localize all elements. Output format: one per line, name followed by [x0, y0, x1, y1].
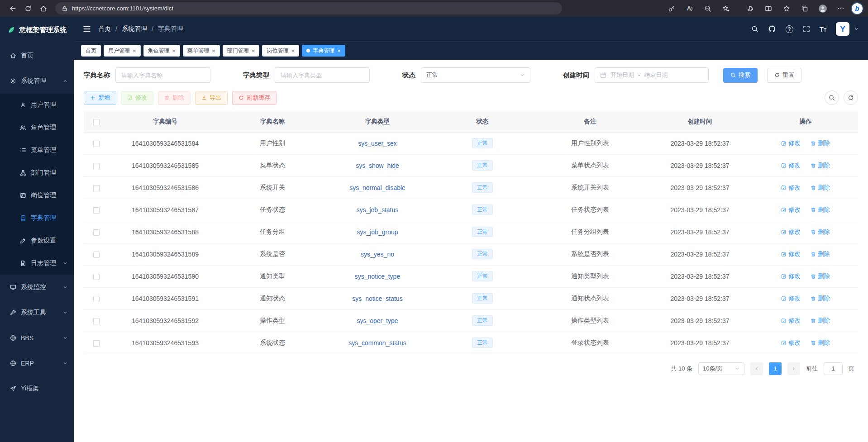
tab-menu-mgmt[interactable]: 菜单管理×: [183, 45, 220, 57]
page-size-select[interactable]: 10条/页: [698, 362, 744, 375]
row-edit-link[interactable]: 修改: [781, 272, 801, 280]
dict-type-link[interactable]: sys_job_group: [357, 228, 398, 236]
row-delete-link[interactable]: 删除: [811, 272, 830, 280]
edit-button[interactable]: 修改: [121, 91, 153, 105]
row-edit-link[interactable]: 修改: [781, 339, 801, 347]
row-edit-link[interactable]: 修改: [781, 162, 801, 170]
toggle-search-button[interactable]: [825, 90, 839, 105]
tab-dict-mgmt[interactable]: 字典管理×: [302, 45, 345, 57]
row-delete-link[interactable]: 删除: [811, 317, 830, 325]
row-delete-link[interactable]: 删除: [811, 250, 830, 258]
sidebar-item-home[interactable]: 首页: [0, 43, 74, 68]
browser-home-icon[interactable]: [36, 2, 51, 15]
dict-type-link[interactable]: sys_user_sex: [358, 140, 397, 147]
tab-role-mgmt[interactable]: 角色管理×: [143, 45, 181, 57]
breadcrumb-system-mgmt[interactable]: 系统管理: [122, 25, 147, 33]
sidebar-item-role-mgmt[interactable]: 角色管理: [0, 116, 74, 139]
dict-type-link[interactable]: sys_common_status: [348, 339, 406, 347]
github-icon[interactable]: [768, 25, 776, 33]
address-bar[interactable]: https://ccnetcore.com:1101/system/dict: [55, 2, 562, 14]
sidebar-item-menu-mgmt[interactable]: 菜单管理: [0, 139, 74, 162]
close-tab-icon[interactable]: ×: [252, 48, 255, 54]
split-screen-icon[interactable]: [761, 2, 776, 15]
row-delete-link[interactable]: 删除: [811, 339, 830, 347]
delete-button[interactable]: 删除: [158, 91, 191, 105]
close-tab-icon[interactable]: ×: [337, 48, 341, 54]
close-tab-icon[interactable]: ×: [133, 48, 136, 54]
browser-profile-avatar[interactable]: [816, 2, 830, 15]
reset-button[interactable]: 重置: [767, 68, 801, 83]
dict-type-link[interactable]: sys_normal_disable: [349, 184, 405, 191]
dict-type-link[interactable]: sys_oper_type: [357, 317, 398, 324]
sidebar-item-bbs[interactable]: BBS: [0, 325, 74, 351]
browser-refresh-icon[interactable]: [21, 2, 35, 15]
font-size-icon[interactable]: TT: [820, 25, 826, 33]
row-checkbox[interactable]: [93, 185, 100, 191]
tab-user-mgmt[interactable]: 用户管理×: [104, 45, 141, 57]
favorites-icon[interactable]: [779, 2, 794, 15]
close-tab-icon[interactable]: ×: [172, 48, 176, 54]
sidebar-item-user-mgmt[interactable]: 用户管理: [0, 94, 74, 116]
sidebar-item-dept-mgmt[interactable]: 部门管理: [0, 162, 74, 184]
sidebar-item-param-settings[interactable]: 参数设置: [0, 229, 74, 252]
add-favorite-icon[interactable]: [719, 2, 733, 15]
close-tab-icon[interactable]: ×: [212, 48, 215, 54]
row-edit-link[interactable]: 修改: [781, 206, 801, 214]
extensions-icon[interactable]: [743, 2, 758, 15]
tab-post-mgmt[interactable]: 岗位管理×: [262, 45, 299, 57]
dict-type-link[interactable]: sys_yes_no: [361, 251, 394, 258]
date-range-picker[interactable]: 开始日期 - 结束日期: [595, 67, 709, 83]
next-page-button[interactable]: [787, 362, 800, 375]
browser-back-icon[interactable]: [5, 2, 20, 15]
user-avatar[interactable]: Y: [836, 22, 849, 36]
refresh-cache-button[interactable]: 刷新缓存: [232, 91, 277, 105]
export-button[interactable]: 导出: [195, 91, 228, 105]
add-button[interactable]: 新增: [84, 91, 116, 105]
row-checkbox[interactable]: [93, 229, 100, 236]
dict-type-link[interactable]: sys_notice_type: [355, 273, 400, 280]
status-select[interactable]: 正常: [421, 67, 530, 83]
row-delete-link[interactable]: 删除: [811, 295, 830, 303]
dict-type-input[interactable]: [275, 67, 370, 83]
row-edit-link[interactable]: 修改: [781, 250, 801, 258]
sidebar-item-yi-framework[interactable]: Yi框架: [0, 376, 74, 401]
goto-page-input[interactable]: [824, 362, 843, 375]
avatar-caret-icon[interactable]: [854, 26, 859, 32]
row-edit-link[interactable]: 修改: [781, 184, 801, 192]
row-delete-link[interactable]: 删除: [811, 228, 830, 236]
dict-type-link[interactable]: sys_notice_status: [352, 295, 402, 302]
password-key-icon[interactable]: [664, 2, 679, 15]
sidebar-item-post-mgmt[interactable]: 岗位管理: [0, 184, 74, 207]
search-button[interactable]: 搜索: [723, 68, 758, 83]
sidebar-item-dict-mgmt[interactable]: 字典管理: [0, 207, 74, 229]
sidebar-item-system-monitor[interactable]: 系统监控: [0, 275, 74, 300]
row-checkbox[interactable]: [93, 207, 100, 214]
page-number-button[interactable]: 1: [769, 362, 782, 375]
dict-type-link[interactable]: sys_show_hide: [356, 162, 399, 169]
zoom-out-icon[interactable]: [701, 2, 715, 15]
row-checkbox[interactable]: [93, 163, 100, 169]
row-checkbox[interactable]: [93, 252, 100, 258]
select-all-checkbox[interactable]: [93, 119, 100, 125]
sidebar-item-erp[interactable]: ERP: [0, 351, 74, 376]
sidebar-item-log-mgmt[interactable]: 日志管理: [0, 252, 74, 275]
dict-type-link[interactable]: sys_job_status: [357, 206, 399, 214]
row-checkbox[interactable]: [93, 318, 100, 324]
fullscreen-icon[interactable]: [803, 25, 810, 33]
row-edit-link[interactable]: 修改: [781, 228, 801, 236]
browser-menu-icon[interactable]: [834, 2, 848, 15]
row-checkbox[interactable]: [93, 340, 100, 347]
breadcrumb-home[interactable]: 首页: [98, 25, 111, 33]
tab-home[interactable]: 首页: [81, 45, 101, 57]
row-checkbox[interactable]: [93, 296, 100, 302]
help-icon[interactable]: ?: [786, 25, 793, 33]
row-checkbox[interactable]: [93, 141, 100, 147]
row-delete-link[interactable]: 删除: [811, 162, 830, 170]
row-edit-link[interactable]: 修改: [781, 139, 801, 147]
sidebar-item-system-mgmt[interactable]: 系统管理: [0, 68, 74, 94]
bing-chat-icon[interactable]: b: [852, 3, 863, 14]
row-delete-link[interactable]: 删除: [811, 184, 830, 192]
sidebar-item-system-tools[interactable]: 系统工具: [0, 300, 74, 325]
header-search-icon[interactable]: [751, 25, 758, 33]
dict-name-input[interactable]: [115, 67, 210, 83]
